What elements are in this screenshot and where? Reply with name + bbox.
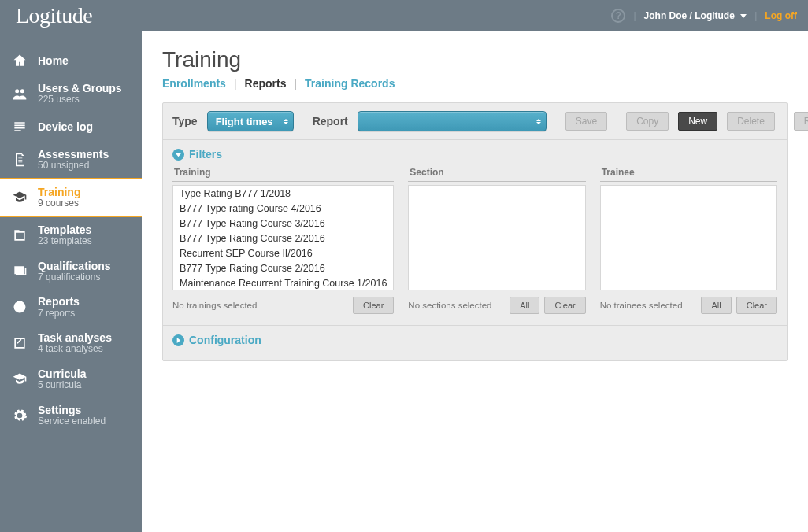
logoff-link[interactable]: Log off <box>765 10 797 21</box>
sidebar-item-subtitle: 7 qualifications <box>38 272 111 283</box>
copy-button[interactable]: Copy <box>626 112 669 131</box>
list-item[interactable]: Recurrent SEP Course II/2016 <box>173 246 393 260</box>
type-label: Type <box>172 115 198 127</box>
training-icon <box>11 189 28 206</box>
sidebar-item-subtitle: Service enabled <box>38 416 106 427</box>
users-icon <box>11 85 28 102</box>
type-select[interactable]: Flight times <box>207 111 294 131</box>
sidebar-item-reports[interactable]: Reports7 reports <box>0 289 142 325</box>
sidebar-item-label: Curricula <box>38 368 86 380</box>
sidebar-item-task[interactable]: Task analyses4 task analyses <box>0 325 142 361</box>
sidebar-item-subtitle: 5 curricula <box>38 380 86 391</box>
tab-enrollments[interactable]: Enrollments <box>162 77 226 90</box>
delete-button[interactable]: Delete <box>727 112 775 131</box>
new-button[interactable]: New <box>678 112 717 131</box>
trainee-clear-button[interactable]: Clear <box>736 297 777 314</box>
reports-icon <box>11 298 28 316</box>
training-status: No trainings selected <box>172 301 348 310</box>
sidebar-item-label: Qualifications <box>38 260 111 272</box>
panel-toolbar: Type Flight times Report Save <box>163 103 787 140</box>
sidebar-item-label: Templates <box>38 224 92 236</box>
section-status: No sections selected <box>408 301 505 310</box>
trainee-all-button[interactable]: All <box>701 297 731 314</box>
tabs: Enrollments | Reports | Training Records <box>162 77 788 90</box>
expand-right-icon <box>172 334 184 346</box>
devicelog-icon <box>11 118 28 135</box>
report-select[interactable] <box>358 111 547 131</box>
filter-title-trainee: Trainee <box>600 164 777 182</box>
sidebar-item-label: Reports <box>38 295 80 308</box>
trainee-status: No trainees selected <box>600 301 697 310</box>
sidebar-item-subtitle: 4 task analyses <box>38 344 112 355</box>
main-area: Training Enrollments | Reports | Trainin… <box>142 31 808 532</box>
sidebar-item-label: Training <box>38 186 80 198</box>
sidebar-item-devicelog[interactable]: Device log <box>0 112 142 142</box>
save-button[interactable]: Save <box>565 112 607 131</box>
filter-title-section: Section <box>408 164 585 182</box>
section-all-button[interactable]: All <box>510 297 539 314</box>
curricula-icon <box>11 371 28 388</box>
tab-reports[interactable]: Reports <box>245 77 287 90</box>
sidebar-item-label: Settings <box>38 404 106 416</box>
qualifications-icon <box>11 263 28 280</box>
list-item[interactable]: B777 Type Rating Course 2/2016 <box>173 231 393 246</box>
top-right: ? | John Doe / Logitude | Log off <box>611 9 797 23</box>
sidebar-item-label: Task analyses <box>38 331 112 344</box>
expand-down-icon <box>172 149 184 161</box>
sidebar-item-home[interactable]: Home <box>0 46 142 76</box>
sidebar-item-label: Assessments <box>38 148 109 161</box>
list-item[interactable]: Type Rating B777 1/2018 <box>173 186 393 201</box>
user-menu[interactable]: John Doe / Logitude <box>644 10 747 21</box>
section-listbox[interactable] <box>408 185 585 290</box>
sidebar-item-subtitle: 7 reports <box>38 308 80 320</box>
top-bar: Logitude ? | John Doe / Logitude | Log o… <box>0 0 808 31</box>
report-label: Report <box>313 115 348 127</box>
task-icon <box>11 334 28 352</box>
training-listbox[interactable]: Type Rating B777 1/2018B777 Type rating … <box>172 185 394 290</box>
sidebar-item-label: Users & Groups <box>38 82 122 94</box>
sidebar-item-subtitle: 23 templates <box>38 236 92 247</box>
sidebar-item-settings[interactable]: SettingsService enabled <box>0 397 142 434</box>
configuration-toggle[interactable]: Configuration <box>172 334 777 346</box>
templates-icon <box>11 227 28 244</box>
report-panel: Type Flight times Report Save <box>162 102 788 361</box>
sidebar-item-qualifications[interactable]: Qualifications7 qualifications <box>0 253 142 290</box>
sidebar-item-assessments[interactable]: Assessments50 unsigned <box>0 142 142 178</box>
chevron-down-icon <box>740 14 747 18</box>
filter-col-trainee: Trainee No trainees selected All Clear <box>600 164 777 314</box>
list-item[interactable]: B777 Type Rating Course 2/2016 <box>173 260 393 275</box>
filters-toggle[interactable]: Filters <box>172 148 777 161</box>
sidebar-item-training[interactable]: Training9 courses <box>0 178 142 217</box>
list-item[interactable]: B777 Type Rating Course 3/2016 <box>173 216 393 231</box>
list-item[interactable]: B777 Type rating Course 4/2016 <box>173 201 393 216</box>
sidebar-item-subtitle: 225 users <box>38 94 122 105</box>
list-item[interactable]: Maintenance Recurrent Training Course 1/… <box>173 275 393 290</box>
filter-col-section: Section No sections selected All Clear <box>408 164 585 314</box>
home-icon <box>11 52 28 69</box>
sidebar-item-label: Home <box>38 54 69 67</box>
page-title: Training <box>162 47 788 72</box>
sidebar-item-templates[interactable]: Templates23 templates <box>0 217 142 253</box>
brand-logo: Logitude <box>16 3 92 28</box>
sidebar: HomeUsers & Groups225 usersDevice logAss… <box>0 31 142 532</box>
filters-section: Filters Training Type Rating B777 1/2018… <box>163 140 787 325</box>
section-clear-button[interactable]: Clear <box>544 297 585 314</box>
sidebar-item-label: Device log <box>38 120 93 133</box>
filter-title-training: Training <box>172 164 394 182</box>
help-icon[interactable]: ? <box>611 9 625 23</box>
sidebar-item-subtitle: 9 courses <box>38 198 80 209</box>
sidebar-item-subtitle: 50 unsigned <box>38 161 109 172</box>
settings-icon <box>11 407 28 424</box>
sidebar-item-users[interactable]: Users & Groups225 users <box>0 76 142 112</box>
filter-col-training: Training Type Rating B777 1/2018B777 Typ… <box>172 164 394 314</box>
assessments-icon <box>11 151 28 168</box>
training-clear-button[interactable]: Clear <box>353 297 394 314</box>
configuration-section: Configuration <box>163 325 787 360</box>
trainee-listbox[interactable] <box>600 185 777 290</box>
sidebar-item-curricula[interactable]: Curricula5 curricula <box>0 361 142 397</box>
run-button[interactable]: Run <box>794 112 808 131</box>
tab-training-records[interactable]: Training Records <box>305 77 395 90</box>
